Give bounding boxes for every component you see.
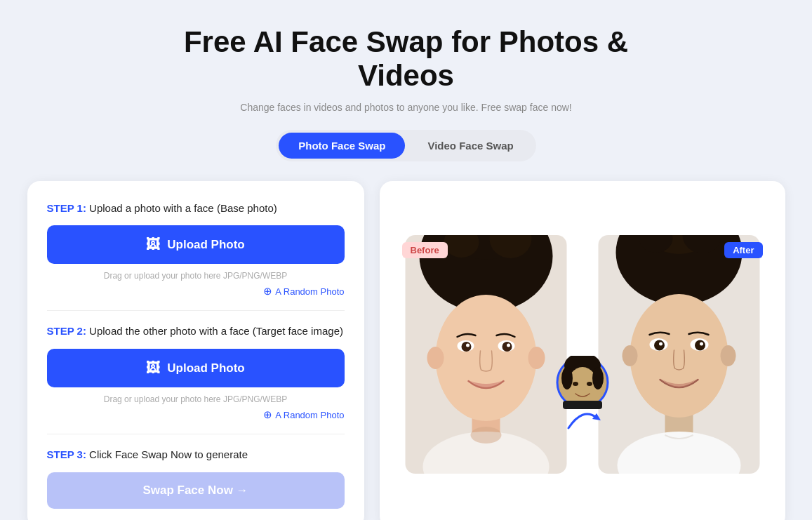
before-face-svg [395, 235, 577, 474]
after-badge: After [724, 242, 762, 258]
svg-point-13 [466, 344, 470, 347]
step2-desc: Upload the other photo with a face (Targ… [89, 325, 343, 337]
upload-icon-1: 🖼 [146, 236, 160, 253]
preview-panel: Before [380, 181, 785, 520]
svg-point-11 [461, 342, 471, 352]
tab-video[interactable]: Video Face Swap [408, 133, 533, 159]
divider-1 [47, 310, 345, 311]
svg-point-37 [654, 340, 665, 351]
random-photo-1-link[interactable]: ⊕ A Random Photo [47, 285, 345, 298]
step2-label: STEP 2: [47, 325, 86, 337]
svg-point-14 [507, 344, 510, 347]
step2-header: STEP 2: Upload the other photo with a fa… [47, 324, 345, 339]
before-badge: Before [402, 242, 448, 258]
svg-point-33 [622, 345, 637, 366]
upload-photo-2-label: Upload Photo [167, 361, 244, 375]
page-subtitle: Change faces in videos and photos to any… [240, 102, 571, 113]
step1-label: STEP 1: [47, 202, 86, 214]
step1-header: STEP 1: Upload a photo with a face (Base… [47, 201, 345, 216]
swap-face-button[interactable]: Swap Face Now → [47, 472, 345, 509]
after-card: After [588, 235, 770, 474]
svg-point-38 [695, 340, 705, 351]
after-face-canvas [588, 235, 770, 474]
drag-hint-2: Drag or upload your photo here JPG/PNG/W… [47, 394, 345, 404]
svg-point-7 [427, 347, 444, 369]
random-photo-2-label: A Random Photo [275, 410, 344, 420]
before-face-canvas [395, 235, 577, 474]
svg-point-8 [528, 347, 545, 369]
circle-plus-icon-2: ⊕ [263, 408, 272, 421]
drag-hint-1: Drag or upload your photo here JPG/PNG/W… [47, 271, 345, 281]
step1-desc: Upload a photo with a face (Base photo) [89, 202, 277, 214]
step3-block: STEP 3: Click Face Swap Now to generate … [47, 447, 345, 509]
main-area: STEP 1: Upload a photo with a face (Base… [27, 181, 785, 520]
svg-point-32 [630, 294, 728, 418]
random-photo-1-label: A Random Photo [275, 286, 344, 297]
steps-panel: STEP 1: Upload a photo with a face (Base… [27, 181, 364, 520]
svg-point-12 [502, 342, 512, 352]
upload-photo-2-button[interactable]: 🖼 Upload Photo [47, 349, 345, 387]
after-face-svg [588, 235, 770, 474]
circle-plus-icon-1: ⊕ [263, 285, 272, 298]
tab-row: Photo Face Swap Video Face Swap [276, 130, 535, 161]
divider-2 [47, 434, 345, 434]
step3-desc: Click Face Swap Now to generate [89, 448, 248, 460]
tab-photo[interactable]: Photo Face Swap [279, 133, 405, 159]
step2-block: STEP 2: Upload the other photo with a fa… [47, 324, 345, 421]
upload-photo-1-label: Upload Photo [167, 238, 244, 252]
upload-icon-2: 🖼 [146, 360, 160, 376]
step3-label: STEP 3: [47, 448, 86, 460]
svg-point-34 [720, 345, 736, 366]
random-photo-2-link[interactable]: ⊕ A Random Photo [47, 408, 345, 421]
before-card: Before [395, 235, 577, 474]
svg-point-39 [659, 342, 663, 346]
svg-point-40 [700, 342, 703, 346]
page-title: Free AI Face Swap for Photos & Videos [133, 25, 680, 93]
step1-block: STEP 1: Upload a photo with a face (Base… [47, 201, 345, 298]
preview-container: Before [395, 235, 770, 474]
svg-point-6 [435, 295, 536, 421]
upload-photo-1-button[interactable]: 🖼 Upload Photo [47, 225, 345, 264]
step3-header: STEP 3: Click Face Swap Now to generate [47, 447, 345, 462]
svg-point-16 [470, 427, 501, 444]
